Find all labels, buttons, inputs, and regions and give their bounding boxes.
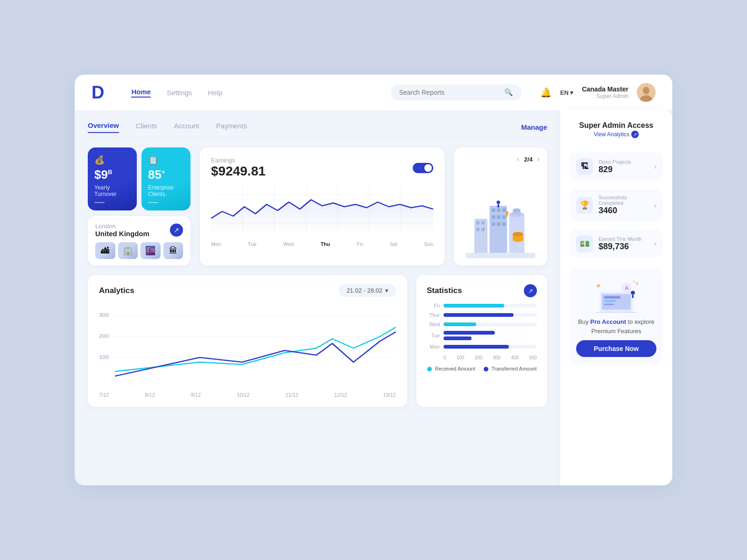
statistics-card: Statistics ↗ Fri Thur <box>416 275 547 407</box>
svg-point-37 <box>513 232 523 236</box>
yearly-turnover-card: 💰 $9B Yearly Turnover <box>88 147 137 210</box>
purchase-now-button[interactable]: Purchase Now <box>576 340 656 357</box>
svg-rect-16 <box>481 228 485 231</box>
header: D Home Settings Help 🔍 🔔 EN ▾ Canada Mas… <box>75 75 672 110</box>
svg-point-1 <box>643 87 649 94</box>
admin-access: Super Admin Access View Analytics ↗ <box>570 121 663 144</box>
xaxis-label-4: 10/12 <box>237 392 250 398</box>
loc-img-4: 🏛 <box>163 242 183 259</box>
turnover-dash <box>94 202 105 203</box>
day-sun: Sun <box>424 241 433 247</box>
bar-fill-mon-dark <box>444 345 509 349</box>
bar-track-fri <box>444 304 537 308</box>
search-bar[interactable]: 🔍 <box>391 84 521 100</box>
turnover-amount: $9B <box>94 168 130 182</box>
svg-rect-38 <box>465 253 535 258</box>
day-mon: Mon <box>211 241 221 247</box>
svg-text:100: 100 <box>99 354 109 360</box>
day-fri: Fri <box>357 241 363 247</box>
open-projects-icon: 🏗 <box>576 158 593 175</box>
location-link-btn[interactable]: ↗ <box>170 224 183 237</box>
day-tue: Tue <box>248 241 257 247</box>
search-icon: 🔍 <box>504 88 513 97</box>
tab-account[interactable]: Account <box>174 122 199 133</box>
day-sat: Sat <box>389 241 397 247</box>
bar-fill-tue-dark2 <box>444 336 472 340</box>
completed-value: 3460 <box>599 206 648 216</box>
svg-rect-49 <box>604 303 614 305</box>
completed-info: Successfully Completed 3460 <box>599 195 648 216</box>
stats-x-0: 0 <box>444 355 446 360</box>
chevron-down-icon: ▾ <box>385 287 388 294</box>
statistics-header: Statistics ↗ <box>427 284 537 297</box>
nav-help[interactable]: Help <box>208 89 222 97</box>
pro-illustration: A <box>588 275 644 313</box>
legend-dot-cyan <box>427 367 432 371</box>
notification-icon[interactable]: 🔔 <box>540 87 552 98</box>
svg-point-56 <box>636 282 638 285</box>
clients-amount: 85+ <box>148 168 184 182</box>
earned-icon: 💵 <box>576 235 593 252</box>
svg-point-57 <box>633 281 635 283</box>
bottom-section: Analytics 21.02 - 28.02 ▾ 300 200 10 <box>88 275 547 407</box>
illus-prev-btn[interactable]: ‹ <box>517 155 519 163</box>
svg-point-31 <box>497 201 500 204</box>
svg-text:300: 300 <box>99 312 109 318</box>
svg-rect-20 <box>502 209 506 212</box>
svg-rect-14 <box>481 221 485 224</box>
metric-earned[interactable]: 💵 Earned This Month $89,736 › <box>570 230 663 258</box>
tab-payments[interactable]: Payments <box>216 122 247 133</box>
main-content: Overview Clients Account Payments Manage… <box>75 110 672 485</box>
view-analytics-link[interactable]: View Analytics ↗ <box>570 131 663 138</box>
nav-home[interactable]: Home <box>131 88 151 98</box>
svg-rect-19 <box>497 209 500 212</box>
statistics-title: Statistics <box>427 286 462 295</box>
svg-rect-25 <box>497 223 500 226</box>
tab-overview[interactable]: Overview <box>88 121 119 133</box>
date-range-button[interactable]: 21.02 - 28.02 ▾ <box>339 284 396 297</box>
bar-fill-wed-cyan <box>444 322 476 326</box>
illustration-card: ‹ 2/4 › <box>454 147 547 266</box>
illus-next-btn[interactable]: › <box>537 155 540 163</box>
language-selector[interactable]: EN ▾ <box>560 89 574 96</box>
metric-open-projects[interactable]: 🏗 Open Projects 829 › <box>570 153 663 181</box>
pro-description: Buy Pro Account to explore Premium Featu… <box>576 317 656 336</box>
metric-completed[interactable]: 🏆 Successfully Completed 3460 › <box>570 189 663 221</box>
svg-text:A: A <box>625 285 629 291</box>
stats-x-2: 200 <box>475 355 483 360</box>
bar-row-wed: Wed <box>427 322 537 327</box>
svg-rect-26 <box>502 223 506 226</box>
stats-xaxis: 0 100 200 300 400 500 <box>427 355 537 360</box>
earned-info: Earned This Month $89,736 <box>599 236 648 252</box>
bar-fill-thur-dark <box>444 313 514 317</box>
manage-link[interactable]: Manage <box>521 123 547 131</box>
location-images: 🏙 🏢 🌆 🏛 <box>95 242 183 259</box>
arrow-icon: ↗ <box>631 131 639 138</box>
earnings-value: $9249.81 <box>211 164 266 179</box>
pro-upgrade-card: A Buy Pro Account to explore Premium Fea… <box>570 268 663 364</box>
svg-rect-17 <box>490 206 507 254</box>
svg-rect-48 <box>604 300 616 302</box>
stats-x-1: 100 <box>457 355 465 360</box>
svg-rect-22 <box>497 216 500 219</box>
location-top: London United Kingdom ↗ <box>95 223 183 238</box>
main-nav: Home Settings Help <box>131 88 372 98</box>
search-input[interactable] <box>399 89 500 96</box>
xaxis-label-6: 12/12 <box>334 392 347 398</box>
open-projects-info: Open Projects 829 <box>599 159 648 175</box>
user-info: Canada Master Super Admin <box>582 85 628 99</box>
earnings-toggle[interactable] <box>413 163 433 173</box>
statistics-link-btn[interactable]: ↗ <box>524 284 537 297</box>
xaxis-label-5: 11/12 <box>285 392 298 398</box>
tab-clients[interactable]: Clients <box>136 122 157 133</box>
user-name: Canada Master <box>582 85 628 93</box>
turnover-icon: 💰 <box>94 155 130 165</box>
open-projects-label: Open Projects <box>599 159 648 165</box>
location-card: London United Kingdom ↗ 🏙 🏢 🌆 🏛 <box>88 216 190 266</box>
clients-icon: 📋 <box>148 155 184 165</box>
nav-settings[interactable]: Settings <box>167 89 192 97</box>
xaxis-label-1: 7/12 <box>99 392 109 398</box>
chart-days: Mon Tue Wed Thu Fri Sat Sun <box>211 241 433 247</box>
day-thu: Thu <box>321 241 330 247</box>
day-wed: Wed <box>283 241 294 247</box>
